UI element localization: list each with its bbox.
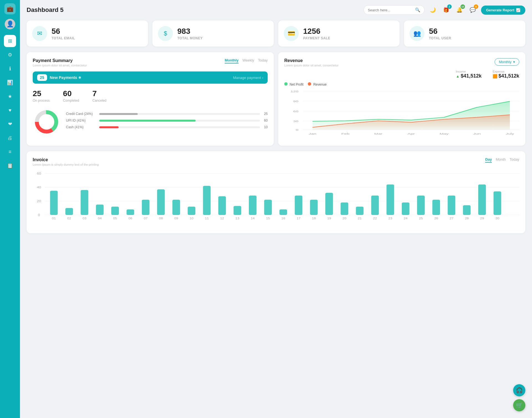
payment-stats-nums: 25 On process 60 Completed 7 Canceled xyxy=(33,89,268,102)
invoice-header: Invoice Lorem ipsum is simply dummy text… xyxy=(33,157,519,166)
invoice-bar-15[interactable] xyxy=(264,200,272,215)
invoice-bar-4[interactable] xyxy=(96,205,104,215)
invoice-bar-22[interactable] xyxy=(371,196,379,215)
invoice-bar-16[interactable] xyxy=(280,209,287,215)
invoice-section: Invoice Lorem ipsum is simply dummy text… xyxy=(27,151,525,233)
print-icon: 🖨 xyxy=(7,135,12,141)
payment-sale-label: PAYMENT SALE xyxy=(303,36,330,40)
expense-icon: 🟧 xyxy=(493,74,497,78)
invoice-x-label-30: 30 xyxy=(495,217,499,220)
sidebar-item-heart[interactable]: ♥ xyxy=(4,104,16,116)
dark-mode-toggle[interactable]: 🌙 xyxy=(428,5,438,15)
invoice-bar-21[interactable] xyxy=(356,207,364,215)
svg-text:Mar: Mar xyxy=(374,133,383,135)
user-avatar[interactable]: 👤 xyxy=(5,19,15,29)
invoice-bar-20[interactable] xyxy=(341,202,348,215)
search-input[interactable] xyxy=(368,8,413,12)
invoice-bar-3[interactable] xyxy=(81,190,88,215)
gear-icon: ⚙ xyxy=(8,52,12,58)
tab-monthly[interactable]: Monthly xyxy=(225,58,239,63)
invoice-bar-7[interactable] xyxy=(142,200,150,215)
invoice-bar-27[interactable] xyxy=(448,196,456,215)
invoice-bar-14[interactable] xyxy=(249,196,257,215)
doc-icon: 📋 xyxy=(7,163,13,169)
legend-net-profit: Net Profit xyxy=(284,82,303,86)
invoice-x-label-5: 05 xyxy=(113,217,117,220)
invoice-bar-19[interactable] xyxy=(325,193,333,215)
sidebar-item-doc[interactable]: 📋 xyxy=(4,160,16,172)
np-dot xyxy=(79,76,81,79)
invoice-x-label-19: 19 xyxy=(327,217,331,220)
search-bar[interactable]: 🔍 xyxy=(364,5,424,15)
sidebar-item-heart2[interactable]: ❤ xyxy=(4,118,16,130)
invoice-bar-8[interactable] xyxy=(157,189,165,215)
invoice-x-label-29: 29 xyxy=(480,217,484,220)
upi-label: UPI ID (41%) xyxy=(66,119,96,122)
invoice-x-label-16: 16 xyxy=(281,217,285,220)
cart-button[interactable]: 🛒 xyxy=(513,399,525,411)
stat-card-payment-sale: 💳 1256 PAYMENT SALE xyxy=(278,20,400,47)
invoice-bar-12[interactable] xyxy=(218,196,226,215)
sidebar-item-print[interactable]: 🖨 xyxy=(4,132,16,144)
invoice-bar-28[interactable] xyxy=(463,205,471,215)
total-money-value: 983 xyxy=(177,27,203,36)
new-payments-label: New Payments xyxy=(50,75,81,80)
svg-text:30: 30 xyxy=(293,120,298,123)
invoice-bar-18[interactable] xyxy=(310,200,318,215)
svg-text:May: May xyxy=(440,133,449,135)
tab-today[interactable]: Today xyxy=(258,58,268,63)
sidebar-item-info[interactable]: ℹ xyxy=(4,63,16,75)
invoice-bar-6[interactable] xyxy=(127,209,134,215)
invoice-bar-9[interactable] xyxy=(172,200,180,215)
invoice-bar-26[interactable] xyxy=(432,200,440,215)
payment-bottom: Credit Card (24%) 25 UPI ID (41%) 60 xyxy=(33,108,268,136)
chevron-right-icon: › xyxy=(262,76,263,80)
invoice-bar-1[interactable] xyxy=(50,191,58,215)
headset-button[interactable]: 🎧 xyxy=(513,384,525,396)
revenue-monthly-dropdown[interactable]: Monthly ▾ xyxy=(495,58,519,66)
generate-report-button[interactable]: Generate Report 📈 xyxy=(481,6,525,15)
sidebar-item-settings[interactable]: ⚙ xyxy=(4,49,16,61)
invoice-bar-17[interactable] xyxy=(295,196,303,215)
chart-icon: 📊 xyxy=(7,80,13,86)
canceled-stat: 7 Canceled xyxy=(92,89,106,102)
invoice-bar-23[interactable] xyxy=(387,184,394,215)
money-icon: $ xyxy=(158,26,173,41)
sidebar-item-dashboard[interactable]: ⊞ xyxy=(4,35,16,47)
payment-sale-value: 1256 xyxy=(303,27,330,36)
upi-value: 60 xyxy=(263,119,268,122)
invoice-bar-11[interactable] xyxy=(203,186,211,215)
notification-button[interactable]: 🔔 12 xyxy=(454,5,464,15)
invoice-bar-25[interactable] xyxy=(417,196,425,215)
sidebar-item-star[interactable]: ★ xyxy=(4,90,16,102)
gift-badge: 2 xyxy=(447,4,452,9)
invoice-tab-day[interactable]: Day xyxy=(485,157,492,163)
sidebar-item-list[interactable]: ≡ xyxy=(4,146,16,158)
completed-value: 60 xyxy=(63,89,79,98)
message-button[interactable]: 💬 5 xyxy=(468,5,478,15)
svg-text:0: 0 xyxy=(38,213,40,217)
revenue-chart: 120 90 60 30 0 Jan Feb Mar Apr May Jun J… xyxy=(284,89,519,139)
invoice-bar-5[interactable] xyxy=(111,207,119,215)
manage-payment-link[interactable]: Manage payment › xyxy=(233,76,263,80)
revenue-dot xyxy=(308,82,311,86)
invoice-x-label-4: 04 xyxy=(98,217,102,220)
invoice-bar-2[interactable] xyxy=(65,208,73,215)
svg-text:Apr: Apr xyxy=(408,133,415,135)
invoice-bar-24[interactable] xyxy=(402,202,410,215)
invoice-bar-10[interactable] xyxy=(188,207,195,215)
total-user-label: TOTAL USER xyxy=(429,36,451,40)
sidebar-logo[interactable]: 💼 xyxy=(4,3,16,14)
invoice-tab-today[interactable]: Today xyxy=(510,157,519,163)
page-title: Dashboard 5 xyxy=(27,6,63,14)
progress-list: Credit Card (24%) 25 UPI ID (41%) 60 xyxy=(66,112,268,132)
invoice-bar-29[interactable] xyxy=(478,184,486,215)
donut-chart xyxy=(33,108,60,136)
invoice-bar-13[interactable] xyxy=(234,206,241,215)
tab-weekly[interactable]: Weekly xyxy=(242,58,254,63)
gift-button[interactable]: 🎁 2 xyxy=(441,5,451,15)
sidebar-item-chart[interactable]: 📊 xyxy=(4,76,16,89)
invoice-bar-30[interactable] xyxy=(493,191,501,215)
invoice-tab-month[interactable]: Month xyxy=(496,157,506,163)
new-payments-count: 25 xyxy=(37,74,47,81)
